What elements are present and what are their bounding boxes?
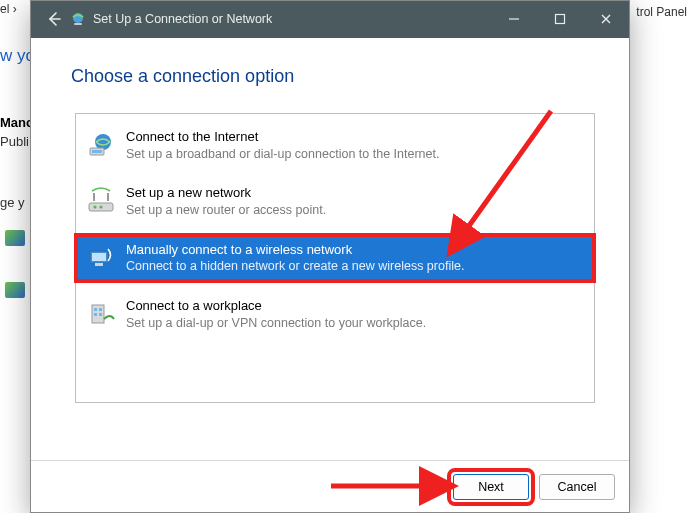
bg-network-icon-1: [5, 230, 25, 246]
option-title: Set up a new network: [126, 184, 326, 202]
breadcrumb-fragment: el ›: [0, 2, 17, 16]
bg-text-1: Manc: [0, 115, 33, 130]
option-desc: Set up a broadband or dial-up connection…: [126, 146, 439, 163]
bg-top-right-text: trol Panel: [636, 5, 687, 19]
option-title: Manually connect to a wireless network: [126, 241, 464, 259]
titlebar: Set Up a Connection or Network: [31, 1, 629, 37]
next-button[interactable]: Next: [453, 474, 529, 500]
close-button[interactable]: [583, 1, 629, 37]
wizard-dialog: Set Up a Connection or Network Choose a …: [30, 0, 630, 513]
wireless-computer-icon: [86, 243, 116, 273]
bg-text-2: Publi: [0, 134, 29, 149]
globe-icon: [86, 130, 116, 160]
svg-rect-2: [556, 15, 565, 24]
option-workplace[interactable]: Connect to a workplace Set up a dial-up …: [76, 291, 594, 337]
option-title: Connect to a workplace: [126, 297, 426, 315]
dialog-title: Set Up a Connection or Network: [93, 12, 272, 26]
wizard-icon: [69, 10, 87, 28]
bg-text-3: ge y: [0, 195, 25, 210]
minimize-button[interactable]: [491, 1, 537, 37]
option-manual-wireless[interactable]: Manually connect to a wireless network C…: [76, 235, 594, 281]
svg-rect-15: [94, 313, 97, 316]
router-icon: [86, 187, 116, 217]
svg-rect-16: [99, 313, 102, 316]
arrow-left-icon: [46, 11, 62, 27]
page-heading: Choose a connection option: [71, 66, 589, 87]
maximize-button[interactable]: [537, 1, 583, 37]
svg-rect-14: [99, 308, 102, 311]
svg-rect-11: [95, 263, 103, 266]
option-title: Connect to the Internet: [126, 128, 439, 146]
option-desc: Set up a dial-up or VPN connection to yo…: [126, 315, 426, 332]
dialog-client-area: Choose a connection option Connect to th…: [31, 37, 629, 460]
connection-options-list: Connect to the Internet Set up a broadba…: [75, 113, 595, 403]
option-new-network[interactable]: Set up a new network Set up a new router…: [76, 178, 594, 224]
bg-network-icon-2: [5, 282, 25, 298]
option-desc: Connect to a hidden network or create a …: [126, 258, 464, 275]
dialog-footer: Next Cancel: [31, 460, 629, 512]
back-button[interactable]: [41, 6, 67, 32]
svg-rect-1: [74, 23, 82, 25]
option-desc: Set up a new router or access point.: [126, 202, 326, 219]
cancel-button[interactable]: Cancel: [539, 474, 615, 500]
svg-point-7: [93, 205, 96, 208]
svg-rect-12: [92, 305, 104, 323]
svg-rect-10: [92, 253, 106, 261]
svg-point-8: [99, 205, 102, 208]
building-icon: [86, 299, 116, 329]
svg-rect-13: [94, 308, 97, 311]
option-connect-internet[interactable]: Connect to the Internet Set up a broadba…: [76, 122, 594, 168]
svg-rect-5: [92, 150, 102, 153]
